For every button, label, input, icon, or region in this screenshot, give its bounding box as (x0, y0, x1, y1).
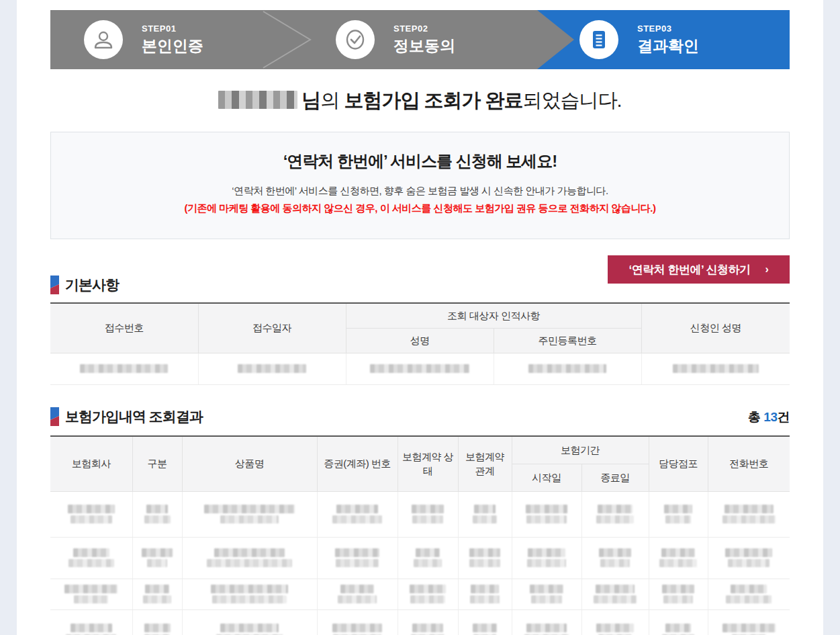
redacted-cell (494, 353, 641, 384)
step-number: STEP03 (637, 24, 699, 34)
redacted-cell (581, 537, 649, 579)
redacted-cell (317, 609, 398, 635)
check-badge-icon (344, 28, 367, 51)
redacted-user-name (218, 91, 297, 109)
result-section-title: 보험가입내역 조회결과 (50, 407, 203, 426)
redacted-cell (649, 609, 708, 635)
document-icon (588, 28, 610, 51)
redacted-table-row (50, 491, 790, 537)
col-header-product: 상품명 (182, 436, 317, 491)
redacted-cell (317, 491, 398, 537)
step-item-identity-verification: STEP01 본인인증 (84, 20, 203, 59)
insurance-result-table: 보험회사 구분 상품명 증권(계좌) 번호 보험계약 상태 보험계약 관계 보험… (50, 435, 790, 635)
step-item-information-consent: STEP02 정보동의 (336, 20, 455, 59)
redacted-cell (198, 353, 346, 384)
redacted-cell (50, 579, 132, 609)
redacted-cell (512, 537, 581, 579)
redacted-table-row (50, 353, 790, 384)
total-count: 총 13건 (748, 409, 790, 426)
basic-info-table-body (50, 353, 790, 384)
redacted-cell (317, 537, 398, 579)
col-header-end-date: 종료일 (581, 464, 649, 491)
title-mid: 의 (320, 89, 344, 111)
redacted-cell (50, 353, 198, 384)
insurance-result-table-body (50, 491, 790, 635)
redacted-cell (50, 537, 132, 579)
redacted-cell (182, 609, 317, 635)
basic-info-table: 접수번호 접수일자 조회 대상자 인적사항 신청인 성명 성명 주민등록번호 (50, 302, 790, 385)
col-header-company: 보험회사 (50, 436, 132, 491)
col-header-branch: 담당점포 (649, 436, 708, 491)
title-bold: 보험가입 조회가 완료 (344, 89, 522, 111)
redacted-cell (512, 491, 581, 537)
redacted-cell (649, 491, 708, 537)
col-header-policy-no: 증권(계좌) 번호 (317, 436, 398, 491)
col-header-applicant-name: 신청인 성명 (641, 303, 790, 353)
redacted-table-row (50, 609, 790, 635)
redacted-cell (708, 537, 790, 579)
basic-info-section-title: 기본사항 (50, 276, 119, 294)
page-left-margin (0, 0, 17, 635)
redacted-cell (708, 579, 790, 609)
redacted-cell (458, 491, 512, 537)
redacted-cell (398, 579, 458, 609)
step-label: 본인인증 (142, 36, 203, 56)
redacted-cell (182, 579, 317, 609)
notice-warning: (기존에 마케팅 활용에 동의하지 않으신 경우, 이 서비스를 신청해도 보험… (51, 202, 789, 215)
redacted-cell (581, 579, 649, 609)
title-nim: 님 (301, 89, 320, 111)
redacted-cell (458, 579, 512, 609)
redacted-cell (317, 579, 398, 609)
page-title: 님의 보험가입 조회가 완료되었습니다. (50, 87, 790, 114)
redacted-cell (512, 579, 581, 609)
col-header-period: 보험기간 (512, 436, 649, 464)
section-marker-icon (50, 276, 59, 294)
redacted-cell (708, 609, 790, 635)
redacted-cell (346, 353, 494, 384)
redacted-cell (50, 609, 132, 635)
col-header-contract-relation: 보험계약 관계 (458, 436, 512, 491)
col-header-phone: 전화번호 (708, 436, 790, 491)
redacted-cell (581, 491, 649, 537)
redacted-cell (398, 609, 458, 635)
step-label: 정보동의 (393, 36, 455, 56)
step-label: 결과확인 (637, 36, 699, 56)
col-header-receipt-no: 접수번호 (50, 303, 198, 353)
chevron-right-icon: › (765, 263, 769, 276)
redacted-cell (182, 537, 317, 579)
notice-description: ‘연락처 한번에’ 서비스를 신청하면, 향후 숨은 보험금 발생 시 신속한 … (51, 185, 789, 198)
redacted-cell (649, 579, 708, 609)
step-separator-chevron-icon (261, 10, 314, 69)
redacted-cell (398, 537, 458, 579)
redacted-cell (512, 609, 581, 635)
step-item-result-confirmation: STEP03 결과확인 (579, 20, 699, 59)
col-header-name: 성명 (346, 328, 494, 353)
user-icon (92, 28, 115, 51)
redacted-cell (581, 609, 649, 635)
service-notice-box: ‘연락처 한번에’ 서비스를 신청해 보세요! ‘연락처 한번에’ 서비스를 신… (50, 132, 790, 239)
step-number: STEP01 (142, 24, 203, 34)
col-header-contract-status: 보험계약 상태 (398, 436, 458, 491)
redacted-cell (708, 491, 790, 537)
step-arrow-shape (537, 10, 574, 69)
redacted-cell (132, 537, 182, 579)
redacted-cell (649, 537, 708, 579)
redacted-cell (132, 609, 182, 635)
col-header-rrn: 주민등록번호 (494, 328, 641, 353)
redacted-cell (50, 491, 132, 537)
col-header-category: 구분 (132, 436, 182, 491)
col-header-subject-info: 조회 대상자 인적사항 (346, 303, 641, 328)
page-right-margin (823, 0, 840, 635)
col-header-receipt-date: 접수일자 (198, 303, 346, 353)
col-header-start-date: 시작일 (512, 464, 581, 491)
step-progress-bar: STEP01 본인인증 STEP02 정보동의 STEP03 (50, 10, 790, 69)
apply-contact-service-button[interactable]: ‘연락처 한번에’ 신청하기 › (608, 255, 790, 284)
apply-button-label: ‘연락처 한번에’ 신청하기 (629, 262, 751, 278)
redacted-cell (132, 579, 182, 609)
step-number: STEP02 (393, 24, 455, 34)
redacted-cell (458, 537, 512, 579)
redacted-cell (132, 491, 182, 537)
redacted-table-row (50, 537, 790, 579)
title-tail: 되었습니다. (523, 89, 622, 111)
redacted-table-row (50, 579, 790, 609)
